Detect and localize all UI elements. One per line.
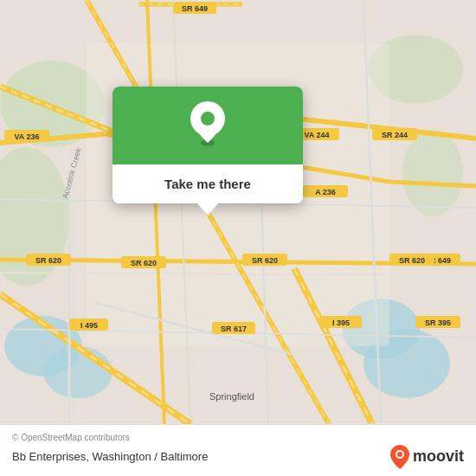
location-pin-icon <box>189 105 227 143</box>
location-separator: , <box>86 450 92 463</box>
svg-text:A 236: A 236 <box>315 188 336 196</box>
take-me-there-button[interactable]: Take me there <box>113 164 303 203</box>
svg-text:SR 617: SR 617 <box>221 325 247 333</box>
svg-text:SR 649: SR 649 <box>182 4 208 13</box>
attribution-text: © OpenStreetMap contributors <box>12 433 464 442</box>
svg-text:SR 620: SR 620 <box>399 256 425 265</box>
location-region: Washington / Baltimore <box>93 450 209 463</box>
popup-header <box>113 87 303 164</box>
popup-card: Take me there <box>113 87 303 203</box>
svg-point-4 <box>402 130 463 216</box>
svg-text:I 395: I 395 <box>332 318 350 327</box>
map-container: Accotink Creek SR 649 VA 236 VA 244 SR 2… <box>0 0 476 424</box>
svg-point-68 <box>397 452 402 457</box>
moovit-pin-icon <box>390 445 409 469</box>
map-svg: Accotink Creek SR 649 VA 236 VA 244 SR 2… <box>0 0 476 424</box>
location-line: Bb Enterprises, Washington / Baltimore m… <box>12 445 464 469</box>
svg-text:SR 244: SR 244 <box>382 131 408 139</box>
svg-text:I 495: I 495 <box>80 321 98 330</box>
bottom-bar: © OpenStreetMap contributors Bb Enterpri… <box>0 424 476 476</box>
moovit-logo: moovit <box>390 445 464 469</box>
svg-text:Springfield: Springfield <box>209 391 254 402</box>
svg-text:VA 236: VA 236 <box>14 132 39 141</box>
location-label: Bb Enterprises, Washington / Baltimore <box>12 450 208 463</box>
moovit-brand-text: moovit <box>413 447 464 466</box>
location-name: Bb Enterprises <box>12 450 86 463</box>
svg-text:SR 620: SR 620 <box>35 256 61 265</box>
svg-text:SR 395: SR 395 <box>425 318 451 327</box>
svg-point-8 <box>43 346 113 398</box>
svg-text:SR 620: SR 620 <box>131 259 157 267</box>
svg-text:VA 244: VA 244 <box>304 131 329 139</box>
svg-text:SR 620: SR 620 <box>252 256 278 265</box>
svg-point-66 <box>201 112 215 125</box>
